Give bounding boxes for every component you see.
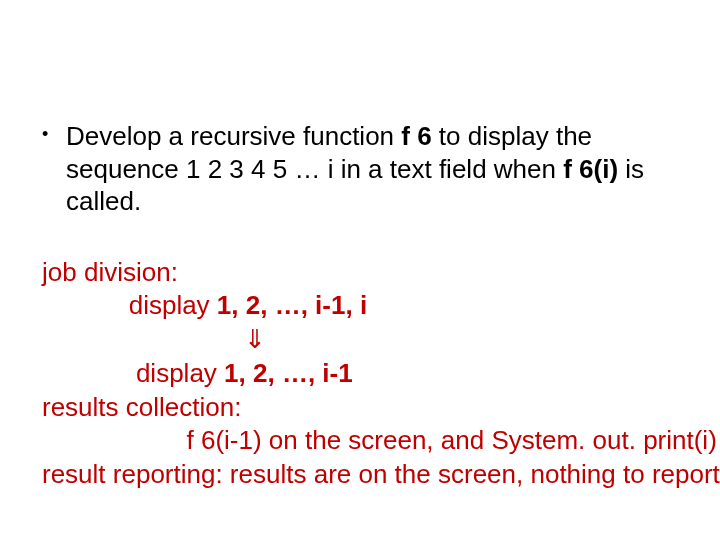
- red-line-2: display 1, 2, …, i-1, i: [42, 289, 678, 323]
- text-fragment: Develop a recursive function: [66, 121, 401, 151]
- text-fragment: display: [42, 358, 224, 388]
- slide: • Develop a recursive function f 6 to di…: [0, 0, 720, 540]
- text-bold: f 6: [401, 121, 431, 151]
- bullet-dot: •: [42, 120, 66, 146]
- red-line-4: display 1, 2, …, i-1: [42, 357, 678, 391]
- bullet-item: • Develop a recursive function f 6 to di…: [42, 120, 678, 218]
- text-bold: f 6(i): [563, 154, 618, 184]
- red-line-7: result reporting: results are on the scr…: [42, 458, 678, 492]
- red-line-5: results collection:: [42, 391, 678, 425]
- text-fragment: display: [42, 290, 217, 320]
- red-line-1: job division:: [42, 256, 678, 290]
- red-line-3-arrow: ⇓: [42, 323, 678, 357]
- red-block: job division: display 1, 2, …, i-1, i ⇓ …: [42, 256, 678, 493]
- bullet-text: Develop a recursive function f 6 to disp…: [66, 120, 678, 218]
- red-line-6: f 6(i-1) on the screen, and System. out.…: [42, 424, 678, 458]
- text-bold: 1, 2, …, i-1, i: [217, 290, 367, 320]
- text-bold: 1, 2, …, i-1: [224, 358, 353, 388]
